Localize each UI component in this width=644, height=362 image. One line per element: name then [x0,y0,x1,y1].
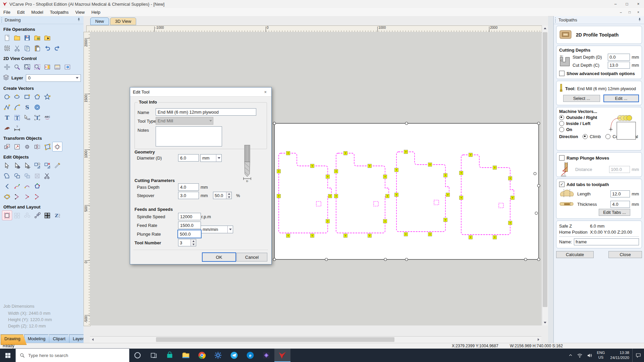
weld-vectors-icon[interactable] [2,171,12,181]
zoom-selected-icon[interactable] [32,62,42,72]
draw-circle-icon[interactable] [2,92,12,102]
rate-unit-select[interactable]: mm/min [201,226,233,233]
dimension-icon[interactable]: ? [12,123,22,133]
tab-marker[interactable]: T [460,171,463,175]
fit-curves-icon[interactable] [12,181,22,191]
fit-circle-icon[interactable] [2,192,12,201]
clock[interactable]: 13:3824/11/2020 [607,350,632,360]
array-copy-icon[interactable] [12,210,22,220]
document-close-button[interactable]: × [634,9,643,15]
set-size-icon[interactable] [12,142,22,152]
snap-point[interactable] [537,122,540,125]
tab-marker[interactable]: T [344,152,347,155]
language-indicator[interactable]: ENGUS [594,349,607,362]
switch-3d-view-icon[interactable] [62,62,72,72]
ramp-distance-input[interactable]: 100.0 [609,166,630,173]
cut-icon[interactable] [12,43,22,53]
tab-marker[interactable]: T [428,163,432,167]
cortana-icon[interactable] [129,349,146,362]
copy-along-vector-icon[interactable] [32,210,42,220]
close-vector-icon[interactable] [32,181,42,191]
circular-copy-icon[interactable] [22,210,32,220]
toolpath-name-input[interactable]: frame [574,238,639,245]
plunge-rate-input[interactable]: 500.0 [177,230,202,238]
scroll-right-icon[interactable] [536,337,541,342]
snap-point[interactable] [405,122,408,125]
chrome-icon[interactable] [194,349,210,362]
edit-tool-dialog-title[interactable]: Edit Tool × [130,87,271,97]
measure-icon[interactable] [52,161,62,170]
tab-marker[interactable]: T [383,220,387,223]
tab-marker[interactable]: T [404,233,408,236]
scroll-up-icon[interactable] [542,25,548,31]
subtract-vectors-icon[interactable] [12,171,22,181]
photos-icon[interactable] [258,349,274,362]
import-vectors-icon[interactable] [32,33,42,43]
maximize-button[interactable]: □ [621,0,633,8]
true-shape-nesting-icon[interactable]: Z [52,210,62,220]
fillet-icon[interactable] [2,181,12,191]
trim-vectors-icon[interactable] [42,171,52,181]
redo-icon[interactable] [52,43,62,53]
job-setup-icon[interactable] [2,43,12,53]
tab-marker[interactable]: T [469,153,473,157]
tab-marker[interactable]: T [395,168,398,172]
store-icon[interactable] [162,349,178,362]
trace-bitmap-icon[interactable] [2,123,12,133]
zoom-extents-icon[interactable] [42,62,52,72]
tab-marker[interactable]: T [277,194,281,198]
tab-marker[interactable]: T [311,234,314,238]
export-vectors-icon[interactable] [42,33,52,43]
stepover-percent-input[interactable]: 50.0 [213,192,232,199]
tab-marker[interactable]: T [334,170,338,173]
tab-marker[interactable]: T [368,234,372,238]
pass-depth-input[interactable]: 4.0 [178,183,199,191]
join-move-icon[interactable] [12,192,22,201]
paste-icon[interactable] [32,43,42,53]
tab-marker[interactable]: T [469,236,473,239]
tab-marker[interactable]: T [460,196,463,200]
save-file-icon[interactable] [22,33,32,43]
mirror-object-icon[interactable] [32,142,42,152]
feed-rate-input[interactable]: 1500.0 [178,222,201,229]
document-minimize-button[interactable]: – [616,9,625,15]
edit-tabs-button[interactable]: Edit Tabs ... [599,209,630,216]
notes-textarea[interactable] [156,126,222,146]
join-straight-icon[interactable] [32,192,42,201]
close-toolpath-button[interactable]: Close [608,251,642,258]
nesting-icon[interactable]: CDAB [42,210,52,220]
tool-number-input[interactable]: 3 [178,239,196,246]
fit-arc-icon[interactable] [22,181,32,191]
file-explorer-icon[interactable] [178,349,194,362]
snap-point[interactable] [273,122,276,125]
tab-marker[interactable]: T [383,175,387,179]
horizontal-scroll-thumb[interactable] [156,337,394,342]
toggle-guides-icon[interactable] [52,62,62,72]
close-button[interactable]: × [633,0,644,8]
tab-new[interactable]: New [90,17,109,25]
diameter-unit-select[interactable]: mm [200,154,222,162]
scale-object-icon[interactable] [52,142,62,152]
stepover-down-icon[interactable] [226,195,231,199]
scroll-left-icon[interactable] [90,337,96,342]
menu-file[interactable]: File [0,9,14,16]
crop-vectors-icon[interactable] [32,171,42,181]
menu-edit[interactable]: Edit [14,9,28,16]
tab-marker[interactable]: T [328,194,332,198]
tab-marker[interactable]: T [428,233,432,236]
tab-marker[interactable]: T [286,234,290,238]
tab-marker[interactable]: T [446,193,450,197]
ok-button[interactable]: OK [202,252,236,262]
telegram-icon[interactable] [226,349,242,362]
ungroup-objects-icon[interactable] [42,161,52,170]
calculate-button[interactable]: Calculate [556,251,594,258]
task-view-icon[interactable] [146,349,162,362]
menu-help[interactable]: Help [88,9,104,16]
network-icon[interactable] [575,349,585,362]
tab-length-input[interactable]: 12.0 [610,190,630,197]
intersect-vectors-icon[interactable] [22,171,32,181]
tab-thickness-input[interactable]: 4.0 [610,201,630,208]
tab-marker[interactable]: T [493,236,497,239]
inside-left-radio[interactable] [559,121,564,126]
snap-point[interactable] [537,258,540,261]
